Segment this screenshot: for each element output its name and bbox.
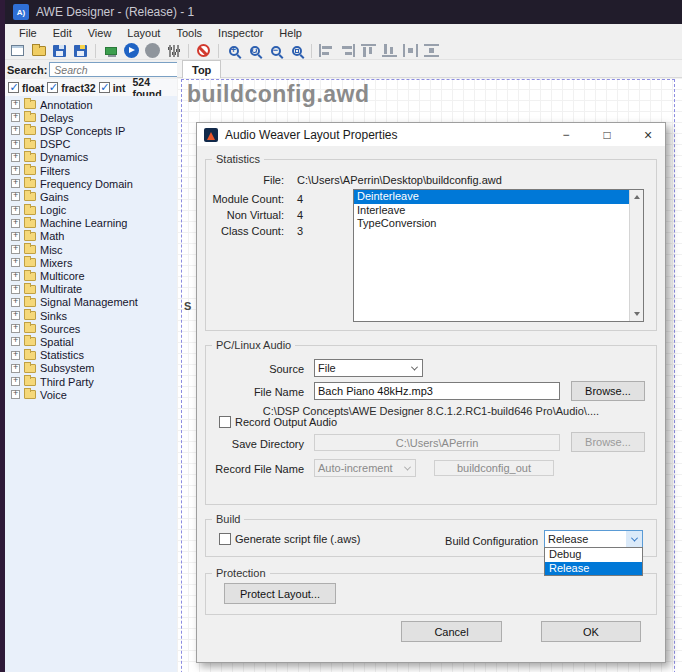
tree-item-multirate[interactable]: Multirate [5, 283, 177, 296]
listbox-item[interactable]: Interleave [354, 204, 643, 218]
tree-item-logic[interactable]: Logic [5, 204, 177, 217]
zoom-fit-icon[interactable] [288, 43, 305, 59]
expand-plus-icon[interactable] [11, 166, 20, 175]
expand-plus-icon[interactable] [11, 285, 20, 294]
record-output-checkbox[interactable] [219, 416, 231, 428]
expand-plus-icon[interactable] [11, 298, 20, 307]
menu-view[interactable]: View [80, 25, 120, 41]
dialog-title-bar[interactable]: Audio Weaver Layout Properties − □ × [197, 123, 665, 146]
zoom-refresh-icon[interactable] [246, 43, 263, 59]
expand-plus-icon[interactable] [11, 126, 20, 135]
fract32-checkbox[interactable] [47, 82, 58, 93]
option-release[interactable]: Release [545, 562, 642, 576]
align-right-icon[interactable] [339, 43, 356, 59]
expand-plus-icon[interactable] [11, 140, 20, 149]
tree-item-multicore[interactable]: Multicore [5, 269, 177, 282]
option-debug[interactable]: Debug [545, 548, 642, 562]
scroll-down-icon[interactable] [634, 312, 640, 316]
audio-levels-icon[interactable] [165, 43, 182, 59]
align-left-icon[interactable] [318, 43, 335, 59]
dropdown-chevron-area[interactable] [626, 531, 642, 547]
cancel-button[interactable]: Cancel [401, 621, 502, 642]
distribute-horizontal-icon[interactable] [402, 43, 419, 59]
zoom-in-icon[interactable]: + [225, 43, 242, 59]
scroll-up-icon[interactable] [634, 195, 640, 199]
play-icon[interactable] [123, 43, 140, 59]
listbox-scrollbar[interactable] [629, 190, 643, 321]
close-button[interactable]: × [631, 123, 665, 146]
menu-tools[interactable]: Tools [168, 25, 210, 41]
tree-item-subsystem[interactable]: Subsystem [5, 362, 177, 375]
tree-item-spatial[interactable]: Spatial [5, 335, 177, 348]
tree-item-dspc[interactable]: DSPC [5, 138, 177, 151]
expand-plus-icon[interactable] [11, 364, 20, 373]
maximize-button[interactable]: □ [590, 123, 624, 146]
menu-file[interactable]: File [11, 25, 45, 41]
tree-item-machine-learning[interactable]: Machine Learning [5, 217, 177, 230]
listbox-item-selected[interactable]: Deinterleave [354, 190, 643, 204]
float-checkbox[interactable] [8, 82, 19, 93]
expand-plus-icon[interactable] [11, 153, 20, 162]
expand-plus-icon[interactable] [11, 245, 20, 254]
tree-item-sinks[interactable]: Sinks [5, 309, 177, 322]
title-bar[interactable]: A) AWE Designer - (Release) - 1 [5, 0, 682, 24]
tree-item-delays[interactable]: Delays [5, 111, 177, 124]
tree-item-misc[interactable]: Misc [5, 243, 177, 256]
expand-plus-icon[interactable] [11, 390, 20, 399]
expand-plus-icon[interactable] [11, 258, 20, 267]
int-checkbox[interactable] [99, 82, 110, 93]
tree-item-filters[interactable]: Filters [5, 164, 177, 177]
expand-plus-icon[interactable] [11, 377, 20, 386]
expand-plus-icon[interactable] [11, 311, 20, 320]
target-connect-icon[interactable] [102, 43, 119, 59]
menu-edit[interactable]: Edit [45, 25, 80, 41]
stop-icon[interactable] [144, 43, 161, 59]
tree-item-mixers[interactable]: Mixers [5, 256, 177, 269]
open-icon[interactable] [30, 43, 47, 59]
align-top-icon[interactable] [360, 43, 377, 59]
tree-item-annotation[interactable]: Annotation [5, 98, 177, 111]
expand-plus-icon[interactable] [11, 100, 20, 109]
protect-layout-button[interactable]: Protect Layout... [224, 583, 336, 604]
expand-plus-icon[interactable] [11, 206, 20, 215]
expand-plus-icon[interactable] [11, 219, 20, 228]
source-dropdown[interactable]: File [314, 359, 423, 377]
tree-item-dsp-concepts-ip[interactable]: DSP Concepts IP [5, 124, 177, 137]
dropdown-chevron-area[interactable] [406, 360, 422, 376]
align-bottom-icon[interactable] [381, 43, 398, 59]
disconnect-icon[interactable] [195, 43, 212, 59]
zoom-out-icon[interactable]: − [267, 43, 284, 59]
tree-item-voice[interactable]: Voice [5, 388, 177, 401]
tree-item-statistics[interactable]: Statistics [5, 349, 177, 362]
menu-layout[interactable]: Layout [119, 25, 168, 41]
save-icon[interactable] [51, 43, 68, 59]
generate-script-checkbox[interactable] [219, 533, 231, 545]
expand-plus-icon[interactable] [11, 113, 20, 122]
tree-item-gains[interactable]: Gains [5, 190, 177, 203]
listbox-item[interactable]: TypeConversion [354, 217, 643, 231]
tree-item-frequency-domain[interactable]: Frequency Domain [5, 177, 177, 190]
expand-plus-icon[interactable] [11, 179, 20, 188]
tab-top[interactable]: Top [182, 60, 221, 78]
build-configuration-dropdown[interactable]: Release [544, 530, 643, 548]
expand-plus-icon[interactable] [11, 232, 20, 241]
tree-item-dynamics[interactable]: Dynamics [5, 151, 177, 164]
expand-plus-icon[interactable] [11, 324, 20, 333]
expand-plus-icon[interactable] [11, 351, 20, 360]
menu-inspector[interactable]: Inspector [210, 25, 271, 41]
new-window-icon[interactable] [9, 43, 26, 59]
tree-item-math[interactable]: Math [5, 230, 177, 243]
distribute-vertical-icon[interactable] [423, 43, 440, 59]
expand-plus-icon[interactable] [11, 272, 20, 281]
save-as-icon[interactable] [72, 43, 89, 59]
menu-help[interactable]: Help [271, 25, 310, 41]
tree-item-signal-management[interactable]: Signal Management [5, 296, 177, 309]
module-class-listbox[interactable]: Deinterleave Interleave TypeConversion [353, 189, 644, 322]
expand-plus-icon[interactable] [11, 337, 20, 346]
file-name-input[interactable]: Bach Piano 48kHz.mp3 [314, 382, 560, 400]
expand-plus-icon[interactable] [11, 192, 20, 201]
tree-item-sources[interactable]: Sources [5, 322, 177, 335]
search-input[interactable] [52, 63, 193, 77]
browse-file-button[interactable]: Browse... [571, 381, 645, 401]
tree-item-third-party[interactable]: Third Party [5, 375, 177, 388]
